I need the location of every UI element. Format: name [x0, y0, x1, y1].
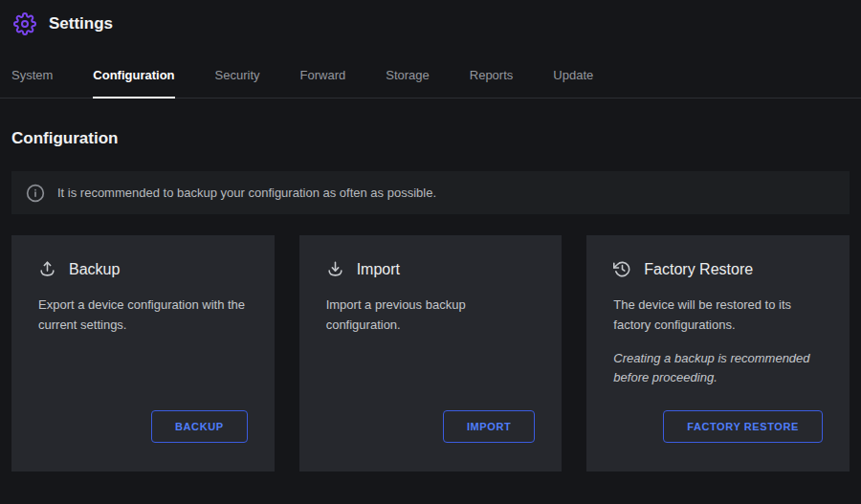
- app-header: Settings: [0, 0, 861, 41]
- card-grid: Backup Export a device configuration wit…: [11, 235, 850, 471]
- factory-restore-card: Factory Restore The device will be resto…: [586, 235, 850, 471]
- import-card-description: Import a previous backup configuration.: [326, 296, 536, 336]
- backup-button[interactable]: BACKUP: [151, 410, 248, 443]
- factory-restore-card-description: The device will be restored to its facto…: [613, 296, 823, 336]
- upload-icon: [38, 260, 56, 278]
- tab-storage[interactable]: Storage: [386, 58, 430, 99]
- backup-card: Backup Export a device configuration wit…: [11, 235, 275, 471]
- import-button[interactable]: IMPORT: [443, 410, 535, 443]
- tab-bar: System Configuration Security Forward St…: [0, 58, 861, 99]
- download-icon: [326, 260, 344, 278]
- tab-forward[interactable]: Forward: [300, 58, 346, 99]
- gear-icon: [13, 12, 36, 35]
- tab-update[interactable]: Update: [553, 58, 593, 99]
- info-icon: [26, 184, 45, 203]
- factory-restore-button[interactable]: FACTORY RESTORE: [663, 410, 823, 443]
- backup-card-header: Backup: [38, 260, 248, 278]
- section-heading: Configuration: [11, 129, 850, 148]
- factory-restore-card-title: Factory Restore: [644, 261, 753, 278]
- tab-configuration[interactable]: Configuration: [93, 58, 174, 99]
- factory-restore-card-header: Factory Restore: [613, 260, 823, 278]
- info-banner-text: It is recommended to backup your configu…: [57, 186, 436, 200]
- tab-security[interactable]: Security: [215, 58, 260, 99]
- import-card: Import Import a previous backup configur…: [299, 235, 563, 471]
- restore-icon: [613, 260, 631, 278]
- factory-restore-card-note: Creating a backup is recommended before …: [613, 349, 823, 389]
- import-card-title: Import: [357, 261, 400, 278]
- tab-system[interactable]: System: [11, 58, 53, 99]
- info-banner: It is recommended to backup your configu…: [11, 171, 850, 214]
- page-title: Settings: [49, 14, 113, 33]
- backup-card-description: Export a device configuration with the c…: [38, 296, 248, 336]
- tab-reports[interactable]: Reports: [470, 58, 514, 99]
- backup-card-title: Backup: [69, 261, 120, 278]
- import-card-header: Import: [326, 260, 536, 278]
